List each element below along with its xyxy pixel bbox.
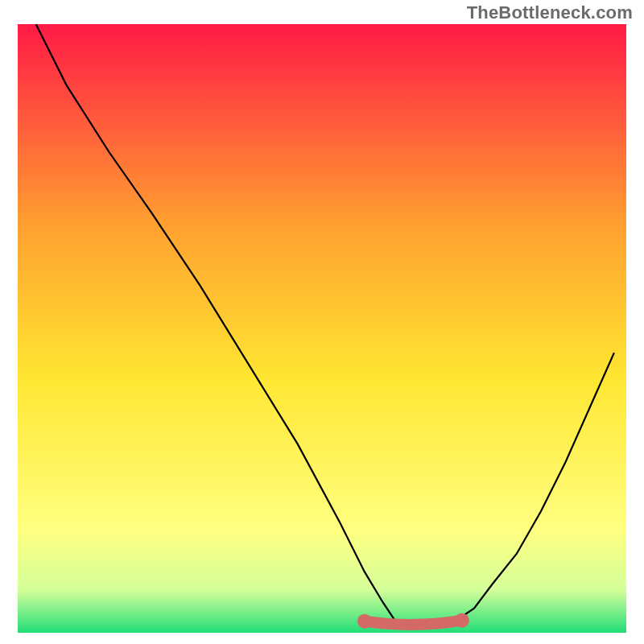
gradient-background [18, 24, 626, 633]
marker-dot-right [455, 613, 469, 628]
marker-segment [365, 621, 462, 625]
chart-stage: TheBottleneck.com [0, 0, 644, 644]
marker-dot-left [357, 614, 372, 629]
watermark-text: TheBottleneck.com [467, 2, 633, 23]
bottleneck-plot [18, 24, 626, 633]
chart-svg [18, 24, 626, 633]
